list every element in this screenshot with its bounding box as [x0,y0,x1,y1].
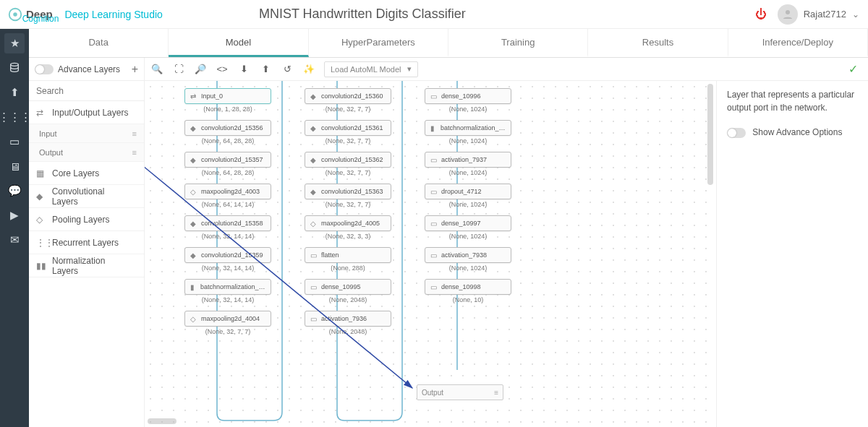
show-advance-toggle[interactable] [727,128,746,138]
cat-icon: ▮▮ [36,261,46,271]
automl-select[interactable]: Load AutoML Model ▾ [324,61,418,77]
h-scrollbar[interactable] [145,418,703,426]
node-type-icon: ▭ [428,218,438,228]
fit-icon[interactable]: ⛶ [172,64,185,74]
node-convolution2d_15360[interactable]: ◆convolution2d_15360 [305,88,391,104]
node-shape: (None, 32, 14, 14) [184,264,271,272]
tab-results[interactable]: Results [588,29,728,57]
nav-rail: ★ ⬆ ⋮⋮⋮ ▭ 🖥 💬 ▶ ✉ [0,29,29,427]
tab-inference-deploy[interactable]: Inference/Deploy [728,29,868,57]
add-layer-icon[interactable]: + [132,63,138,76]
node-type-icon: ▭ [428,250,438,260]
cat-core-layers[interactable]: ▦Core Layers [29,162,144,185]
svg-point-2 [786,10,790,14]
model-canvas[interactable]: ⇄Input_0(None, 1, 28, 28)◆convolution2d_… [145,81,716,427]
node-dense_10995[interactable]: ▭dense_10995 [305,279,391,295]
cat-pooling-layers[interactable]: ◇Pooling Layers [29,208,144,231]
advance-label: Advance Layers [58,64,120,74]
node-maxpooling2d_4004[interactable]: ◇maxpooling2d_4004 [184,311,271,327]
node-shape: (None, 1, 28, 28) [184,105,271,113]
node-batchnormalization_7313[interactable]: ▮batchnormalization_7313 [425,120,511,136]
rail-monitor-icon[interactable]: 🖥 [4,156,25,176]
power-icon[interactable]: ⏻ [750,8,772,21]
node-convolution2d_15362[interactable]: ◆convolution2d_15362 [305,152,391,168]
node-dropout_4712[interactable]: ▭dropout_4712 [425,184,511,199]
rail-database-icon[interactable] [4,58,25,78]
cat-label: Input/Output Layers [52,108,128,118]
node-maxpooling2d_4003[interactable]: ◇maxpooling2d_4003 [184,184,271,199]
node-label: dropout_4712 [441,188,482,195]
node-shape: (None, 32, 7, 7) [305,137,391,145]
rail-chat-icon[interactable]: 💬 [4,181,25,201]
rail-grid-icon[interactable]: ⋮⋮⋮ [4,107,25,127]
node-convolution2d_15358[interactable]: ◆convolution2d_15358 [184,215,271,231]
upload-icon[interactable]: ⬆ [259,64,272,74]
node-dense_10998[interactable]: ▭dense_10998 [425,279,511,295]
rail-upload-icon[interactable]: ⬆ [4,82,25,103]
zoom-in-icon[interactable]: 🔎 [194,64,207,74]
advance-toggle[interactable] [35,64,54,74]
node-dense_10997[interactable]: ▭dense_10997 [425,215,511,231]
search-input[interactable] [29,81,144,100]
node-convolution2d_15356[interactable]: ◆convolution2d_15356 [184,120,271,136]
avatar[interactable] [778,4,798,25]
layer-item-input[interactable]: Input≡ [29,124,144,143]
validate-check-icon[interactable]: ✓ [848,62,862,76]
node-input_0[interactable]: ⇄Input_0 [184,88,271,104]
history-icon[interactable]: ↺ [281,64,294,74]
node-shape: (None, 32, 7, 7) [184,328,271,335]
cat-convolutional-layers[interactable]: ◆Convolutional Layers [29,185,144,208]
chevron-down-icon[interactable]: ⌄ [852,9,861,20]
node-dense_10996[interactable]: ▭dense_10996 [425,88,511,104]
tab-model[interactable]: Model [169,29,308,57]
node-shape: (None, 10) [425,296,511,303]
rail-mail-icon[interactable]: ✉ [4,230,25,250]
cat-recurrent-layers[interactable]: ⋮⋮Recurrent Layers [29,231,144,254]
node-flatten[interactable]: ▭flatten [305,247,391,263]
node-maxpooling2d_4005[interactable]: ◇maxpooling2d_4005 [305,215,391,231]
project-title: MNIST Handwritten Digits Classifier [0,7,750,22]
node-type-icon: ▮ [428,123,438,133]
node-label: maxpooling2d_4004 [201,315,260,322]
node-convolution2d_15363[interactable]: ◆convolution2d_15363 [305,184,391,199]
user-name[interactable]: Rajat2712 [804,9,846,20]
node-shape: (None, 32, 14, 14) [184,233,271,240]
node-convolution2d_15361[interactable]: ◆convolution2d_15361 [305,120,391,136]
node-type-icon: ▭ [308,282,318,292]
node-shape: (None, 32, 3, 3) [305,233,391,240]
node-shape: (None, 1024) [425,169,511,176]
output-drop-node[interactable]: Output ≡ [417,384,503,400]
node-activation_7936[interactable]: ▭activation_7936 [305,311,391,327]
cat-icon: ◆ [36,191,46,202]
tab-data[interactable]: Data [29,29,169,57]
node-convolution2d_15357[interactable]: ◆convolution2d_15357 [184,152,271,168]
node-label: batchnormalization_7313 [441,124,508,131]
node-shape: (None, 32, 7, 7) [305,169,391,176]
palette-header: Advance Layers + [29,58,144,81]
rail-star-icon[interactable]: ★ [4,33,25,53]
cat-normalization-layers[interactable]: ▮▮Normalization Layers [29,254,144,277]
node-shape: (None, 64, 28, 28) [184,137,271,145]
advance-options-row: Show Advance Options [727,127,858,138]
node-shape: (None, 1024) [425,233,511,240]
rail-folder-icon[interactable]: ▭ [4,131,25,152]
cat-input-output-layers[interactable]: ⇄Input/Output Layers [29,101,144,124]
cat-label: Pooling Layers [52,215,109,225]
node-convolution2d_15359[interactable]: ◆convolution2d_15359 [184,247,271,263]
download-icon[interactable]: ⬇ [237,64,250,74]
layer-item-output[interactable]: Output≡ [29,143,144,162]
code-icon[interactable]: <> [216,64,229,74]
rail-play-icon[interactable]: ▶ [4,205,25,225]
node-batchnormalization_7312[interactable]: ▮batchnormalization_7312 [184,279,271,295]
tab-training[interactable]: Training [448,29,588,57]
tab-hyperparameters[interactable]: HyperParameters [309,29,448,57]
cat-label: Normalization Layers [52,256,131,276]
cat-label: Convolutional Layers [52,186,131,207]
node-activation_7937[interactable]: ▭activation_7937 [425,152,511,168]
node-activation_7938[interactable]: ▭activation_7938 [425,247,511,263]
zoom-out-icon[interactable]: 🔍 [150,64,163,74]
node-label: activation_7937 [441,156,487,163]
layer-palette: Advance Layers + ⇄Input/Output LayersInp… [29,58,145,427]
wand-icon[interactable]: ✨ [302,64,315,74]
v-scrollbar[interactable] [707,81,715,414]
